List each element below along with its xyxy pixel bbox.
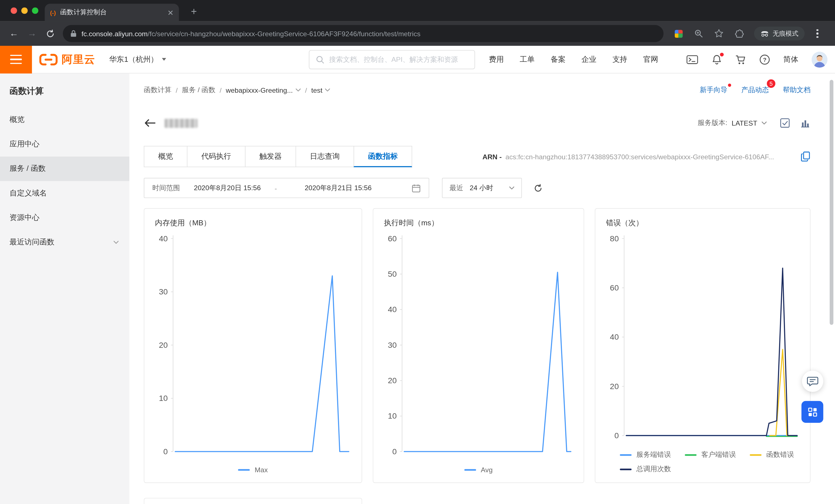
extension-colored-button[interactable]: [672, 27, 685, 40]
aliyun-logo-text: 阿里云: [62, 52, 95, 66]
browser-menu-button[interactable]: [813, 29, 821, 38]
end-datetime: 2020年8月21日 15:56: [305, 183, 371, 193]
sidebar-item[interactable]: 最近访问函数: [0, 230, 129, 255]
quick-range-select[interactable]: 最近 24 小时: [442, 178, 522, 198]
svg-text:10: 10: [388, 411, 397, 420]
toolbar-icons: [672, 27, 746, 40]
chat-bubble-icon: [807, 376, 819, 387]
version-check-icon[interactable]: [780, 118, 790, 128]
avatar-image: [812, 52, 828, 68]
breadcrumb-item[interactable]: 函数计算: [144, 85, 172, 95]
user-avatar[interactable]: [812, 52, 828, 68]
svg-text:20: 20: [388, 376, 397, 385]
breadcrumb-separator: /: [305, 86, 307, 94]
svg-text:50: 50: [388, 269, 397, 278]
svg-text:30: 30: [159, 287, 168, 296]
quick-range-prefix: 最近: [450, 183, 463, 193]
range-separator: -: [275, 184, 277, 192]
header-nav-item[interactable]: 费用: [489, 55, 504, 64]
bookmark-button[interactable]: [713, 27, 725, 40]
sidebar-item[interactable]: 应用中心: [0, 132, 129, 157]
breadcrumb-item[interactable]: test: [311, 86, 330, 94]
sidebar-item[interactable]: 自定义域名: [0, 181, 129, 205]
notifications-button[interactable]: [711, 54, 722, 65]
address-bar[interactable]: fc.console.aliyun.com/fc/service/cn-hang…: [63, 25, 664, 42]
global-search-input[interactable]: 搜索文档、控制台、API、解决方案和资源: [309, 50, 475, 69]
main-content: 函数计算/服务 / 函数/webapixxx-Greeting.../test …: [129, 74, 835, 504]
breadcrumb-item[interactable]: webapixxx-Greeting...: [226, 86, 301, 94]
incognito-badge: 无痕模式: [754, 27, 805, 40]
zoom-icon: [694, 29, 704, 38]
tab-title: 函数计算控制台: [60, 8, 163, 17]
service-version-selector[interactable]: 服务版本: LATEST: [698, 118, 767, 128]
header-nav-item[interactable]: 企业: [582, 55, 596, 64]
sidebar-item[interactable]: 概览: [0, 107, 129, 132]
service-version-value: LATEST: [732, 119, 757, 127]
cart-button[interactable]: [736, 55, 746, 65]
sidebar-item[interactable]: 服务 / 函数: [0, 157, 129, 181]
svg-text:30: 30: [388, 341, 397, 349]
minimize-window-button[interactable]: [21, 7, 28, 14]
tab-close-icon[interactable]: ✕: [167, 8, 174, 17]
back-button[interactable]: ←: [5, 25, 22, 42]
language-switch[interactable]: 简体: [783, 55, 798, 64]
header-nav-item[interactable]: 支持: [612, 55, 627, 64]
scrollbar-thumb[interactable]: [830, 80, 833, 325]
function-tab[interactable]: 代码执行: [187, 146, 245, 167]
mini-apps-button[interactable]: [801, 401, 823, 423]
close-window-button[interactable]: [11, 7, 17, 14]
maximize-window-button[interactable]: [32, 7, 39, 14]
calendar-button[interactable]: [412, 183, 421, 193]
legend-label: 客户端错误: [701, 450, 736, 460]
zoom-button[interactable]: [692, 27, 705, 40]
refresh-button[interactable]: [533, 183, 543, 193]
forward-button[interactable]: →: [23, 25, 40, 42]
svg-text:10: 10: [159, 394, 168, 403]
svg-text:20: 20: [159, 341, 168, 349]
feedback-chat-button[interactable]: [802, 370, 823, 392]
breadcrumb-separator: /: [176, 86, 178, 94]
new-tab-button[interactable]: +: [186, 4, 201, 19]
sidebar-title: 函数计算: [0, 74, 129, 107]
url-text: fc.console.aliyun.com/fc/service/cn-hang…: [81, 29, 421, 37]
header-nav-item[interactable]: 备案: [551, 55, 566, 64]
svg-text:40: 40: [388, 305, 397, 314]
header-nav-item[interactable]: 官网: [644, 55, 658, 64]
tabs-row: 概览代码执行触发器日志查询函数指标 ARN - acs:fc:cn-hangzh…: [144, 146, 811, 167]
function-tab[interactable]: 日志查询: [296, 146, 354, 167]
quick-link[interactable]: 帮助文档: [783, 85, 811, 95]
copy-arn-button[interactable]: [795, 151, 811, 162]
browser-tab[interactable]: (-) 函数计算控制台 ✕: [45, 4, 179, 21]
hamburger-menu-button[interactable]: [0, 45, 32, 73]
extensions-button[interactable]: [733, 27, 746, 40]
sidebar-item[interactable]: 资源中心: [0, 206, 129, 230]
lock-icon: [70, 30, 77, 37]
function-tab[interactable]: 触发器: [245, 146, 296, 167]
bar-chart-icon[interactable]: [800, 118, 811, 128]
help-button[interactable]: ?: [759, 54, 770, 65]
time-range-picker[interactable]: 时间范围 2020年8月20日 15:56 - 2020年8月21日 15:56: [144, 178, 429, 198]
grid-icon: [807, 406, 818, 417]
sidebar-item-label: 应用中心: [9, 140, 119, 149]
count-badge: 5: [767, 79, 775, 88]
reload-button[interactable]: [42, 25, 59, 42]
function-tab[interactable]: 概览: [144, 146, 187, 167]
refresh-icon: [533, 183, 543, 193]
start-datetime: 2020年8月20日 15:56: [194, 183, 261, 193]
console-shortcut-button[interactable]: [686, 55, 698, 64]
app-header: 阿里云 华东1（杭州） 搜索文档、控制台、API、解决方案和资源 费用工单备案企…: [0, 46, 835, 74]
quick-link[interactable]: 产品动态5: [741, 85, 769, 95]
back-arrow-icon[interactable]: [144, 119, 156, 127]
sidebar-item-label: 服务 / 函数: [9, 164, 119, 174]
region-selector[interactable]: 华东1（杭州）: [109, 55, 166, 64]
svg-text:80: 80: [610, 234, 619, 243]
quick-link[interactable]: 新手向导: [700, 85, 728, 95]
legend-marker: [750, 454, 762, 456]
function-tab[interactable]: 函数指标: [354, 146, 412, 167]
breadcrumb-item[interactable]: 服务 / 函数: [182, 85, 216, 95]
sidebar-item-label: 最近访问函数: [9, 237, 114, 247]
aliyun-logo[interactable]: 阿里云: [39, 52, 95, 66]
puzzle-icon: [734, 29, 744, 38]
sidebar-item-label: 资源中心: [9, 213, 119, 222]
header-nav-item[interactable]: 工单: [520, 55, 535, 64]
